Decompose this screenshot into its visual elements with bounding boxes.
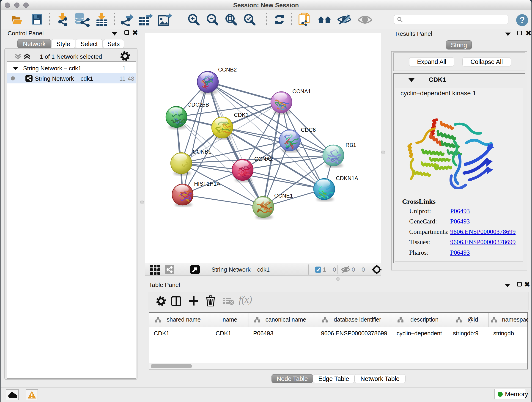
svg-text:CCNB2: CCNB2 [218, 66, 237, 73]
svg-text:CCNB1: CCNB1 [193, 148, 211, 155]
svg-text:CDC6: CDC6 [301, 127, 316, 133]
svg-text:CCNA2: CCNA2 [254, 156, 273, 162]
svg-text:CDC25B: CDC25B [187, 102, 209, 108]
svg-text:HIST1H1A: HIST1H1A [194, 181, 220, 187]
svg-text:CCNE1: CCNE1 [274, 192, 293, 199]
svg-text:CCNA1: CCNA1 [292, 88, 311, 95]
svg-text:RB1: RB1 [346, 142, 356, 148]
svg-text:CDKN1A: CDKN1A [336, 175, 358, 181]
svg-text:CDK1: CDK1 [234, 112, 249, 118]
